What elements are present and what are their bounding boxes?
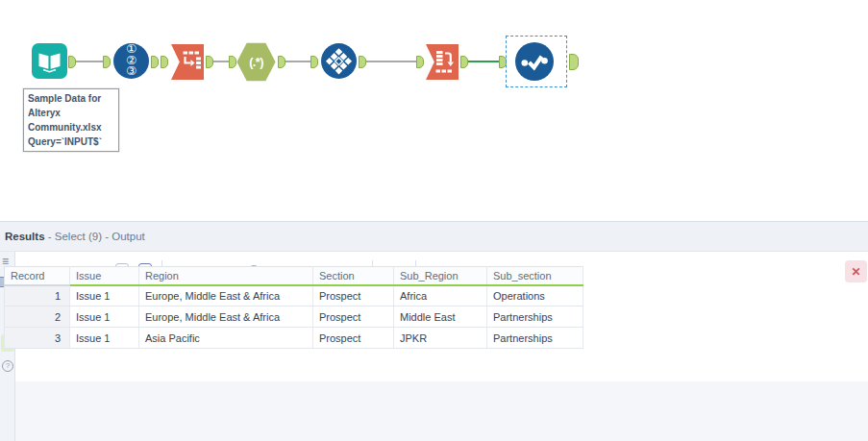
open-book-icon bbox=[32, 43, 67, 79]
text-to-columns-icon bbox=[171, 44, 204, 80]
data-cell[interactable]: Europe, Middle East & Africa bbox=[139, 285, 313, 306]
column-header[interactable]: Sub_Region bbox=[394, 267, 487, 285]
output-anchor bbox=[206, 56, 213, 68]
help-icon[interactable]: ? bbox=[2, 360, 13, 372]
output-anchor bbox=[151, 56, 159, 68]
data-cell[interactable]: Partnerships bbox=[487, 306, 583, 328]
circled-three-icon: ③ bbox=[126, 66, 136, 78]
output-anchor bbox=[460, 56, 468, 68]
annotation-line: Alteryx bbox=[28, 106, 114, 120]
column-header[interactable]: Section bbox=[313, 267, 394, 285]
column-header[interactable]: Region bbox=[139, 267, 313, 285]
input-anchor bbox=[416, 56, 424, 68]
connection-wire bbox=[366, 61, 416, 62]
results-grid-empty bbox=[15, 381, 868, 441]
input-anchor bbox=[310, 56, 318, 68]
selected-connection-wire bbox=[468, 61, 499, 62]
transpose-tool[interactable] bbox=[426, 44, 459, 80]
connection-wire bbox=[76, 61, 103, 62]
input-anchor bbox=[103, 56, 111, 68]
data-cell[interactable]: Issue 1 bbox=[70, 328, 139, 349]
data-cell[interactable]: Issue 1 bbox=[70, 306, 139, 328]
data-cell[interactable]: Middle East bbox=[394, 306, 487, 328]
results-title: Results bbox=[5, 231, 45, 242]
data-cell[interactable]: Partnerships bbox=[487, 328, 583, 349]
results-header: Results - Select (9) - Output bbox=[0, 221, 868, 252]
data-cell[interactable]: JPKR bbox=[394, 328, 487, 349]
column-header[interactable]: Issue bbox=[70, 267, 139, 285]
diamond-grid-icon bbox=[321, 43, 357, 79]
connection-wire bbox=[213, 61, 229, 62]
data-cell[interactable]: Prospect bbox=[313, 306, 394, 328]
data-cell[interactable]: Africa bbox=[394, 285, 487, 306]
data-cell[interactable]: Operations bbox=[487, 285, 583, 306]
tool-annotation[interactable]: Sample Data for Alteryx Community.xlsx Q… bbox=[23, 88, 119, 152]
annotation-line: Community.xlsx bbox=[28, 120, 114, 135]
annotation-line: Sample Data for bbox=[28, 91, 114, 106]
input-anchor bbox=[161, 56, 168, 68]
select-check-icon bbox=[515, 42, 554, 81]
text-to-columns-tool[interactable] bbox=[171, 44, 204, 80]
select-tool[interactable] bbox=[515, 42, 554, 81]
close-results-button[interactable]: ✕ bbox=[845, 260, 867, 282]
output-anchor bbox=[68, 56, 76, 68]
connection-wire bbox=[285, 61, 310, 62]
results-table-body: 1Issue 1Europe, Middle East & AfricaPros… bbox=[5, 285, 583, 349]
workflow-canvas[interactable]: ① ② ③ (.*) bbox=[0, 0, 868, 221]
data-cell[interactable]: Asia Pacific bbox=[139, 328, 313, 349]
join-multiple-tool[interactable] bbox=[321, 43, 357, 79]
regex-label: (.*) bbox=[249, 56, 263, 69]
results-panel: Results - Select (9) - Output ≡ ? 5 of 5… bbox=[0, 221, 868, 441]
column-header[interactable]: Record bbox=[5, 267, 70, 285]
transpose-icon bbox=[426, 44, 459, 80]
table-row: 3Issue 1Asia PacificProspectJPKRPartners… bbox=[5, 328, 583, 349]
alteryx-designer-window: ① ② ③ (.*) bbox=[0, 0, 868, 441]
record-number-cell[interactable]: 3 bbox=[5, 328, 70, 349]
results-table: RecordIssueRegionSectionSub_RegionSub_se… bbox=[4, 266, 583, 349]
output-anchor bbox=[569, 54, 579, 70]
data-cell[interactable]: Prospect bbox=[313, 285, 394, 306]
column-header[interactable]: Sub_section bbox=[487, 267, 583, 285]
record-number-cell[interactable]: 2 bbox=[5, 306, 70, 328]
results-subtitle: - Select (9) - Output bbox=[45, 231, 145, 242]
table-row: 1Issue 1Europe, Middle East & AfricaPros… bbox=[5, 285, 583, 306]
output-anchor bbox=[278, 56, 285, 68]
record-id-tool[interactable]: ① ② ③ bbox=[113, 43, 149, 79]
annotation-line: Query=`INPUT$` bbox=[28, 135, 114, 149]
input-anchor bbox=[229, 56, 236, 68]
regex-tool[interactable]: (.*) bbox=[236, 42, 276, 82]
record-number-cell[interactable]: 1 bbox=[5, 285, 70, 306]
table-row: 2Issue 1Europe, Middle East & AfricaPros… bbox=[5, 306, 583, 328]
results-table-head: RecordIssueRegionSectionSub_RegionSub_se… bbox=[5, 267, 583, 285]
data-cell[interactable]: Issue 1 bbox=[70, 285, 139, 306]
input-data-tool[interactable] bbox=[32, 43, 67, 79]
data-cell[interactable]: Prospect bbox=[313, 328, 394, 349]
output-anchor bbox=[359, 56, 366, 68]
data-cell[interactable]: Europe, Middle East & Africa bbox=[139, 306, 313, 328]
